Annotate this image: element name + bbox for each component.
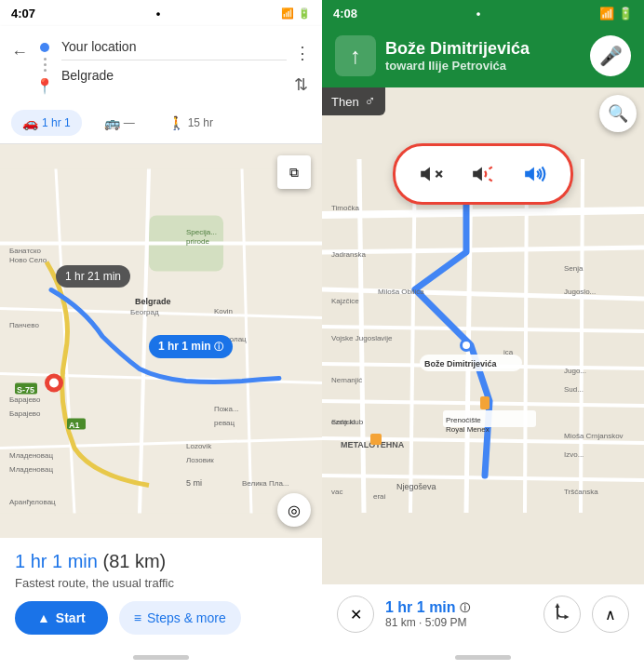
svg-text:Барајево: Барајево [9, 395, 41, 404]
svg-text:prirode: prirode [186, 237, 209, 246]
svg-text:Младеновац: Младеновац [9, 451, 53, 460]
mute-button[interactable] [414, 157, 448, 191]
steps-more-button[interactable]: ≡ Steps & more [119, 601, 241, 635]
status-bar-left: 4:07 • 📶🔋 [0, 0, 322, 26]
nav-info-icon: ⓘ [460, 601, 470, 615]
connector [44, 58, 47, 72]
steps-icon: ≡ [134, 610, 141, 625]
steps-label: Steps & more [147, 610, 226, 625]
duration-distance: 1 hr 1 min (81 km) [15, 551, 307, 572]
close-icon: ✕ [350, 606, 362, 623]
svg-text:Банатско: Банатско [9, 247, 42, 255]
svg-text:Timočka: Timočka [331, 204, 359, 212]
low-volume-button[interactable] [466, 157, 500, 191]
svg-text:Jugo...: Jugo... [564, 367, 586, 375]
bottom-buttons: ▲ Start ≡ Steps & more [15, 601, 307, 635]
svg-rect-71 [480, 396, 490, 409]
map-area-left: Банатско Ново Село Specija... prirode Па… [0, 144, 322, 538]
nav-pill-left [133, 655, 189, 660]
svg-text:A1: A1 [69, 421, 80, 430]
nav-duration: 1 hr 1 min [385, 599, 456, 616]
map-area-right: Timočka Vičke Ju... Jadranska Kajzčice M… [322, 87, 644, 584]
then-label: Then [331, 95, 359, 109]
nav-pill-right [455, 655, 511, 660]
time-bubble-2: 1 hr 1 min ⓘ [149, 335, 233, 358]
mic-button[interactable]: 🎤 [590, 35, 631, 76]
svg-text:Belgrade: Belgrade [135, 297, 171, 306]
svg-text:Nemanjić: Nemanjić [331, 376, 362, 384]
search-button-right[interactable]: 🔍 [599, 95, 637, 132]
start-button[interactable]: ▲ Start [15, 601, 108, 635]
nav-toward: toward Ilije Petrovića [385, 59, 581, 73]
svg-text:Младеновац: Младеновац [9, 465, 53, 474]
car-icon: 🚗 [22, 115, 38, 130]
svg-rect-76 [370, 434, 382, 445]
svg-marker-87 [556, 603, 560, 608]
svg-text:erai: erai [373, 492, 386, 501]
svg-point-68 [463, 342, 470, 349]
layers-icon: ⧉ [289, 165, 299, 181]
direction-arrow-icon: ↑ [350, 43, 361, 69]
transit-icon: 🚌 [104, 115, 120, 130]
high-volume-button[interactable] [518, 157, 552, 191]
source-text: Your location [61, 39, 136, 54]
walk-icon: 🚶 [168, 115, 184, 130]
nav-bar-left [0, 644, 322, 670]
destination-field[interactable]: Belgrade [61, 62, 287, 88]
svg-text:Mioša Crnjanskov: Mioša Crnjanskov [564, 432, 624, 440]
route-option-car[interactable]: 🚗 1 hr 1 [11, 110, 82, 136]
nav-time-main: 1 hr 1 min ⓘ [385, 599, 532, 616]
route-option-transit[interactable]: 🚌 — [93, 110, 146, 136]
svg-text:Prenoćište: Prenoćište [446, 416, 481, 424]
swap-btn[interactable]: ⇅ [294, 74, 311, 95]
chevron-up-icon: ∧ [605, 606, 616, 623]
svg-text:Lozovik: Lozovik [186, 442, 212, 450]
svg-marker-86 [565, 615, 570, 620]
svg-marker-85 [525, 167, 534, 181]
destination-text: Belgrade [61, 68, 114, 83]
search-fields: Your location Belgrade [61, 34, 287, 88]
svg-marker-82 [473, 167, 482, 181]
bottom-info: 1 hr 1 min (81 km) Fastest route, the us… [0, 538, 322, 644]
nav-eta: 5:09 PM [425, 616, 467, 629]
svg-text:Београд: Београд [130, 308, 159, 316]
more-menu-btn[interactable]: ⋮ [294, 43, 311, 63]
map-layers-btn[interactable]: ⧉ [277, 155, 311, 189]
route-option-walk[interactable]: 🚶 15 hr [157, 110, 224, 136]
source-dot [40, 43, 49, 52]
low-volume-icon [471, 162, 495, 186]
svg-text:ezda klub: ezda klub [331, 418, 364, 426]
svg-text:Specija...: Specija... [186, 228, 217, 236]
svg-marker-79 [421, 167, 430, 181]
close-nav-button[interactable]: ✕ [337, 596, 374, 633]
toward-label: toward [385, 59, 425, 73]
locate-btn[interactable]: ◎ [277, 493, 311, 527]
svg-text:Miloša Obilića: Miloša Obilića [378, 288, 424, 296]
source-field[interactable]: Your location [61, 34, 287, 60]
svg-text:Велика Пла...: Велика Пла... [242, 479, 289, 488]
svg-text:Kovin: Kovin [214, 307, 233, 315]
expand-button[interactable]: ∧ [592, 596, 629, 633]
left-panel: 4:07 • 📶🔋 ← 📍 Your location Belgrade ⋮ ⇅ [0, 0, 322, 670]
car-duration: 1 hr 1 [42, 116, 71, 129]
svg-text:vac: vac [331, 488, 342, 496]
distance-text: (81 km) [103, 551, 167, 571]
nav-bar-right [322, 644, 644, 670]
duration-text: 1 hr 1 min [15, 551, 98, 571]
right-panel: 4:08 • 📶🔋 ↑ Bože Dimitrijevića toward Il… [322, 0, 644, 670]
route-options: 🚗 1 hr 1 🚌 — 🚶 15 hr [0, 102, 322, 144]
svg-text:ревац: ревац [214, 419, 235, 427]
nav-header: ↑ Bože Dimitrijevića toward Ilije Petrov… [322, 26, 644, 87]
back-arrow[interactable]: ← [11, 43, 28, 62]
start-label: Start [56, 610, 86, 625]
svg-text:Royal Menex: Royal Menex [446, 425, 490, 434]
time-right: 4:08 [333, 7, 357, 20]
street-name: Bože Dimitrijevića [385, 39, 581, 59]
status-dot-left: • [156, 7, 161, 20]
nav-street-info: Bože Dimitrijevića toward Ilije Petrović… [385, 39, 581, 73]
nav-distance: 81 km [385, 616, 416, 629]
nav-time-info: 1 hr 1 min ⓘ 81 km · 5:09 PM [385, 599, 532, 629]
status-icons-left: 📶🔋 [281, 7, 311, 20]
alt-route-button[interactable] [543, 596, 581, 633]
mute-icon [419, 162, 443, 186]
